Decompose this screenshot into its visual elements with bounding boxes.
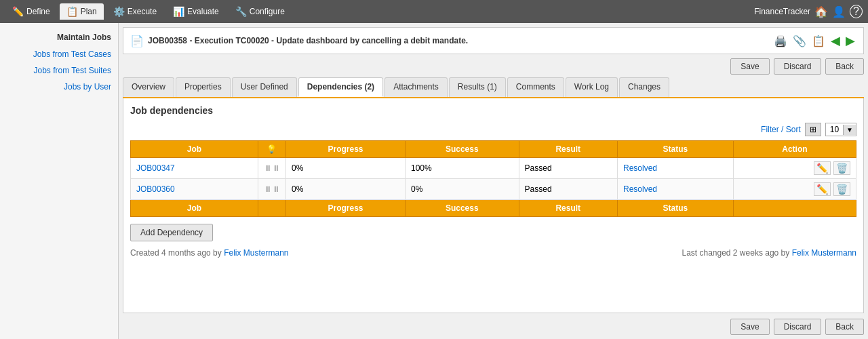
top-nav: ✏️ Define 📋 Plan ⚙️ Execute 📊 Evaluate 🔧… xyxy=(0,0,868,23)
nav-help-icon[interactable]: ? xyxy=(850,5,863,18)
nav-right: FinanceTracker 🏠 👤 ? xyxy=(754,5,863,18)
col-footer-progress: Progress xyxy=(285,200,405,217)
col-header-progress: Progress xyxy=(285,141,405,158)
sidebar-item-jobs-from-test-cases[interactable]: Jobs from Test Cases xyxy=(0,46,118,62)
changed-time: 2 weeks ago xyxy=(733,248,778,258)
row1-job: JOB00347 xyxy=(131,158,258,179)
table-row: JOB00347 ⏸⏸ 0% 100% Passed Resolved xyxy=(131,158,856,179)
clipboard-icon[interactable]: 📋 xyxy=(810,33,827,49)
col-header-action: Action xyxy=(733,141,856,158)
bottom-action-row: Save Discard Back xyxy=(123,319,864,335)
execute-icon: ⚙️ xyxy=(113,6,125,17)
row2-job: JOB00360 xyxy=(131,179,258,200)
dependencies-panel: Job dependencies Filter / Sort ⊞ 10 ▼ Jo… xyxy=(123,98,864,313)
created-by-prefix: by xyxy=(213,248,222,258)
created-info: Created 4 months ago by Felix Mustermann xyxy=(130,248,289,258)
nav-user-icon[interactable]: 👤 xyxy=(832,5,846,18)
nav-home-icon[interactable]: 🏠 xyxy=(814,5,828,18)
nav-evaluate-label: Evaluate xyxy=(187,7,219,16)
tab-user-defined[interactable]: User Defined xyxy=(232,77,297,97)
tab-properties[interactable]: Properties xyxy=(176,77,231,97)
col-footer-action xyxy=(733,200,856,217)
discard-button-top[interactable]: Discard xyxy=(774,58,822,75)
row2-delete-icon[interactable]: 🗑️ xyxy=(833,182,850,196)
row1-status-link[interactable]: Resolved xyxy=(623,163,657,173)
content-area: 📄 JOB00358 - Execution TC00020 - Update … xyxy=(119,23,868,339)
tab-results[interactable]: Results (1) xyxy=(449,77,506,97)
save-button-top[interactable]: Save xyxy=(730,58,769,75)
row2-action-icons: ✏️ 🗑️ xyxy=(739,182,850,196)
nav-execute[interactable]: ⚙️ Execute xyxy=(106,3,163,20)
configure-icon: 🔧 xyxy=(235,6,247,17)
col-header-job: Job xyxy=(131,141,258,158)
row2-bulb: ⏸⏸ xyxy=(258,179,285,200)
back-button-top[interactable]: Back xyxy=(825,58,864,75)
row2-bulb-icon: ⏸⏸ xyxy=(264,184,280,194)
row1-delete-icon[interactable]: 🗑️ xyxy=(833,161,850,175)
arrow-left-icon[interactable]: ◀ xyxy=(829,32,842,49)
row2-status: Resolved xyxy=(617,179,733,200)
nav-define[interactable]: ✏️ Define xyxy=(5,3,57,20)
page-title: JOB00358 - Execution TC00020 - Update da… xyxy=(148,36,468,45)
changed-prefix: Last changed xyxy=(682,248,730,258)
changed-by-link[interactable]: Felix Mustermann xyxy=(792,248,856,258)
row2-action: ✏️ 🗑️ xyxy=(733,179,856,200)
created-prefix: Created xyxy=(130,248,159,258)
tab-work-log[interactable]: Work Log xyxy=(566,77,618,97)
add-dependency-button[interactable]: Add Dependency xyxy=(130,224,213,241)
title-bar-right: 🖨️ 📎 📋 ◀ ▶ xyxy=(772,32,856,49)
discard-button-bottom[interactable]: Discard xyxy=(774,319,822,335)
row1-action-icons: ✏️ 🗑️ xyxy=(739,161,850,175)
nav-configure[interactable]: 🔧 Configure xyxy=(229,3,292,20)
plan-icon: 📋 xyxy=(66,6,78,17)
row2-success: 0% xyxy=(406,179,519,200)
sidebar-item-jobs-by-user[interactable]: Jobs by User xyxy=(0,79,118,95)
nav-execute-label: Execute xyxy=(127,7,157,16)
created-by-link[interactable]: Felix Mustermann xyxy=(224,248,288,258)
row1-bulb: ⏸⏸ xyxy=(258,158,285,179)
row1-job-link[interactable]: JOB00347 xyxy=(136,163,175,173)
back-button-bottom[interactable]: Back xyxy=(825,319,864,335)
save-button-bottom[interactable]: Save xyxy=(730,319,769,335)
nav-plan[interactable]: 📋 Plan xyxy=(60,3,104,20)
arrow-right-icon[interactable]: ▶ xyxy=(844,32,856,49)
table-row: JOB00360 ⏸⏸ 0% 0% Passed Resolved xyxy=(131,179,856,200)
col-header-bulb: 💡 xyxy=(258,141,285,158)
col-footer-bulb xyxy=(258,200,285,217)
col-footer-job: Job xyxy=(131,200,258,217)
footer-info: Created 4 months ago by Felix Mustermann… xyxy=(130,248,856,258)
col-footer-status: Status xyxy=(617,200,733,217)
filter-row: Filter / Sort ⊞ 10 ▼ xyxy=(130,123,856,136)
row1-edit-icon[interactable]: ✏️ xyxy=(814,161,831,175)
sidebar-item-jobs-from-test-suites[interactable]: Jobs from Test Suites xyxy=(0,62,118,79)
document-icon: 📄 xyxy=(130,35,144,47)
row2-status-link[interactable]: Resolved xyxy=(623,184,657,194)
attachment-icon[interactable]: 📎 xyxy=(791,33,808,49)
nav-evaluate[interactable]: 📊 Evaluate xyxy=(166,3,226,20)
row1-progress: 0% xyxy=(285,158,405,179)
sidebar-header: Maintain Jobs xyxy=(0,28,118,46)
per-page-dropdown-icon[interactable]: ▼ xyxy=(843,125,856,135)
row2-edit-icon[interactable]: ✏️ xyxy=(814,182,831,196)
col-header-status: Status xyxy=(617,141,733,158)
sidebar: Maintain Jobs Jobs from Test Cases Jobs … xyxy=(0,23,119,339)
tab-changes[interactable]: Changes xyxy=(619,77,669,97)
created-time: 4 months ago xyxy=(161,248,211,258)
row1-success: 100% xyxy=(406,158,519,179)
filter-sort-link[interactable]: Filter / Sort xyxy=(761,125,801,134)
main-layout: Maintain Jobs Jobs from Test Cases Jobs … xyxy=(0,23,868,339)
tab-overview[interactable]: Overview xyxy=(123,77,174,97)
table-header-row: Job 💡 Progress Success Result Status Act… xyxy=(131,141,856,158)
title-bar: 📄 JOB00358 - Execution TC00020 - Update … xyxy=(123,27,864,54)
nav-plan-label: Plan xyxy=(81,7,97,16)
print-icon[interactable]: 🖨️ xyxy=(772,33,789,49)
tab-comments[interactable]: Comments xyxy=(507,77,564,97)
tab-dependencies[interactable]: Dependencies (2) xyxy=(298,77,383,97)
col-header-result: Result xyxy=(519,141,617,158)
filter-icon-btn[interactable]: ⊞ xyxy=(805,123,821,136)
col-header-success: Success xyxy=(406,141,519,158)
tab-attachments[interactable]: Attachments xyxy=(384,77,448,97)
row2-progress: 0% xyxy=(285,179,405,200)
row2-job-link[interactable]: JOB00360 xyxy=(136,184,175,194)
add-dependency-container: Add Dependency xyxy=(130,217,856,241)
